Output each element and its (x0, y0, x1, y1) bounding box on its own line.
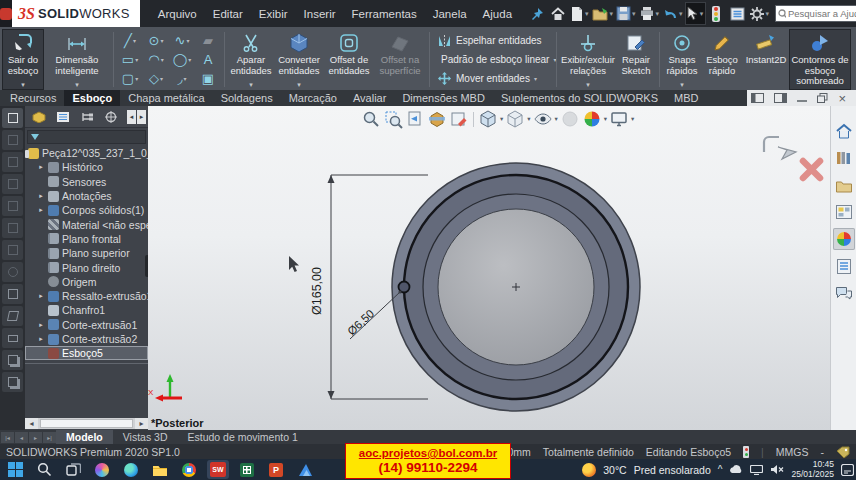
tab-estudo-movimento[interactable]: Estudo de movimento 1 (178, 430, 308, 444)
custom-properties-icon[interactable] (833, 255, 855, 277)
property-manager-tab[interactable] (51, 108, 74, 126)
next-tab-icon[interactable]: ▸ (29, 432, 42, 443)
dropdown-caret-icon[interactable]: ▾ (188, 56, 191, 63)
dropdown-caret-icon[interactable]: ▾ (655, 10, 661, 18)
menu-ajuda[interactable]: Ajuda (475, 6, 520, 22)
tab-vistas-3d[interactable]: Vistas 3D (113, 430, 178, 444)
copilot-icon[interactable] (91, 460, 113, 479)
zoom-to-area-icon[interactable] (383, 109, 403, 129)
units-selector[interactable]: MMGS (776, 446, 809, 458)
weather-label[interactable]: Pred ensolarado (634, 464, 711, 476)
exit-sketch-button[interactable]: Sair do esboço ▾ (2, 29, 44, 90)
left-view-icon[interactable] (2, 174, 23, 194)
dropdown-caret-icon[interactable]: ▾ (135, 75, 138, 82)
sketch-grid-icon[interactable] (2, 284, 23, 304)
menu-janela[interactable]: Janela (425, 6, 475, 22)
file-explorer-icon[interactable] (833, 174, 855, 196)
tab-chapa-metalica[interactable]: Chapa metálica (120, 90, 212, 106)
edge-icon[interactable] (120, 460, 142, 479)
task-view-button[interactable] (62, 460, 84, 479)
dropdown-caret-icon[interactable]: ▾ (631, 10, 637, 18)
pane-left-icon[interactable] (751, 93, 764, 103)
prev-tab-icon[interactable]: ◂ (15, 432, 28, 443)
excel-icon[interactable] (236, 460, 258, 479)
move-entities-button[interactable]: Mover entidades▾ (437, 70, 549, 87)
mirror-entities-button[interactable]: Espelhar entidades (437, 32, 549, 49)
view-orientation-icon[interactable] (478, 109, 498, 129)
back-view-icon[interactable] (2, 152, 23, 172)
top-view-icon[interactable] (2, 218, 23, 238)
section-view-icon[interactable] (427, 109, 447, 129)
menu-inserir[interactable]: Inserir (296, 6, 344, 22)
right-view-icon[interactable] (2, 196, 23, 216)
tab-soldagens[interactable]: Soldagens (213, 90, 281, 106)
dropdown-caret-icon[interactable]: ▾ (584, 10, 590, 18)
file-properties-button[interactable] (727, 2, 748, 25)
dimension-text-hole[interactable]: Ø6,50 (345, 307, 376, 337)
dropdown-caret-icon[interactable]: ▾ (75, 81, 79, 90)
slot-tool-button[interactable]: ▢▾ (117, 70, 143, 88)
rebuild-button[interactable] (706, 2, 727, 25)
display-style-icon[interactable] (505, 109, 525, 129)
tab-dimensoes-mbd[interactable]: Dimensões MBD (394, 90, 493, 106)
convert-entities-button[interactable]: Converter entidades ▾ (274, 29, 324, 90)
fillet-tool-button[interactable]: ◞▾ (169, 70, 195, 88)
scroll-right-icon[interactable]: ▸ (137, 110, 146, 124)
view-settings-icon[interactable] (609, 109, 629, 129)
tab-modelo[interactable]: Modelo (56, 430, 113, 444)
tab-esboco[interactable]: Esboço (64, 90, 120, 106)
previous-view-icon[interactable] (405, 109, 425, 129)
onedrive-icon[interactable] (729, 465, 743, 474)
menu-ferramentas[interactable]: Ferramentas (344, 6, 425, 22)
dropdown-caret-icon[interactable]: ▾ (678, 10, 684, 18)
line-tool-button[interactable]: ╱▾ (117, 32, 143, 50)
dropdown-caret-icon[interactable]: ▾ (500, 115, 503, 123)
display-delete-relations-button[interactable]: Exibir/excluir relações ▾ (560, 29, 616, 90)
options-gear-button[interactable]: ▾ (748, 2, 772, 25)
dimxpert-manager-tab[interactable] (99, 108, 122, 126)
ad-email[interactable]: aoc.projetos@bol.com.br (359, 446, 497, 460)
home-button[interactable] (547, 2, 568, 25)
tab-suplementos[interactable]: Suplementos do SOLIDWORKS (493, 90, 666, 106)
open-button[interactable]: ▾ (591, 2, 616, 25)
dropdown-caret-icon[interactable]: ▾ (184, 75, 187, 82)
dropdown-caret-icon[interactable]: ▾ (680, 81, 684, 90)
linear-sketch-pattern-button[interactable]: Padrão de esboço linear▾ (437, 51, 549, 68)
circle-tool-button[interactable]: ⊙▾ (143, 32, 169, 50)
tree-item-chanfro1[interactable]: Chanfro1 (25, 303, 148, 317)
doc-restore-button[interactable] (817, 93, 828, 103)
tree-item-esboco5-selected[interactable]: Esboço5 (25, 346, 148, 360)
tray-chevron-icon[interactable]: ^ (718, 464, 723, 475)
powerpoint-icon[interactable]: P (265, 460, 287, 479)
tree-item-origem[interactable]: Origem (25, 275, 148, 289)
smart-dimension-button[interactable]: Dimensão inteligente ▾ (44, 29, 110, 90)
point-tool-button[interactable]: ▣ (195, 70, 221, 88)
tree-horizontal-scrollbar[interactable]: ◂ ▸ (25, 418, 148, 429)
taskbar-file-explorer-icon[interactable] (149, 460, 171, 479)
isometric-view-icon[interactable] (2, 108, 23, 128)
apply-scene-icon[interactable] (582, 109, 602, 129)
quick-snaps-button[interactable]: Snaps rápidos ▾ (663, 29, 701, 90)
design-library-icon[interactable] (833, 147, 855, 169)
configuration-manager-tab[interactable] (75, 108, 98, 126)
confirmation-corner-cancel-icon[interactable] (798, 156, 825, 183)
spline-tool-button[interactable]: ∿▾ (169, 32, 195, 50)
solidworks-taskbar-icon[interactable]: SW (207, 460, 229, 479)
dropdown-caret-icon[interactable]: ▾ (161, 56, 164, 63)
dropdown-caret-icon[interactable]: ▾ (249, 81, 253, 90)
tree-item-plano-frontal[interactable]: Plano frontal (25, 232, 148, 246)
layer-properties-icon[interactable] (2, 350, 23, 370)
tab-avaliar[interactable]: Avaliar (345, 90, 394, 106)
print-button[interactable]: ▾ (638, 2, 662, 25)
dropdown-caret-icon[interactable]: ▾ (555, 115, 558, 123)
tree-root-part[interactable]: Peça12^035_237_1_0_00 - Su (25, 146, 148, 160)
menu-exibir[interactable]: Exibir (251, 6, 296, 22)
expand-arrow-icon[interactable]: ▸ (37, 163, 45, 171)
dropdown-caret-icon[interactable]: ▾ (586, 81, 590, 90)
display-tray-icon[interactable] (750, 465, 763, 475)
dropdown-caret-icon[interactable]: ▾ (186, 37, 189, 44)
tree-item-corpos-solidos[interactable]: ▸Corpos sólidos(1) (25, 203, 148, 217)
help-search-box[interactable]: ▾ (775, 5, 856, 22)
text-tool-button[interactable]: A (195, 51, 221, 69)
menu-arquivo[interactable]: Arquivo (150, 6, 205, 22)
